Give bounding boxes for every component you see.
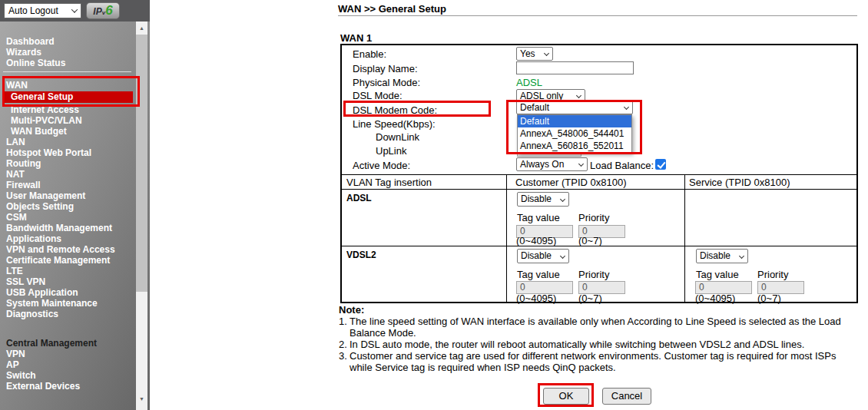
sidebar-item-central-management[interactable]: Central Management — [6, 338, 97, 349]
sidebar-item[interactable]: NAT — [6, 169, 137, 180]
enable-label: Enable: — [353, 48, 386, 60]
display-name-input[interactable] — [516, 61, 634, 74]
vdsl2-customer-mode-select[interactable]: Disable — [517, 249, 569, 263]
note-text: The line speed setting of WAN interface … — [350, 316, 846, 339]
sidebar-item[interactable]: Firewall — [6, 180, 137, 190]
chevron-down-icon — [576, 93, 581, 98]
breadcrumb-divider — [338, 15, 857, 16]
sidebar-item[interactable]: Applications — [6, 233, 137, 244]
vlan-header-tag-insertion: VLAN Tag insertion — [346, 177, 432, 188]
dsl-modem-code-select-value: Default — [520, 102, 549, 113]
load-balance-label: Load Balance: — [590, 160, 654, 171]
sidebar: Auto Logout IP v 6 DashboardWizardsOnlin… — [0, 0, 150, 410]
note-number: 1. — [339, 316, 350, 339]
enable-select-value: Yes — [520, 48, 535, 59]
sidebar-item[interactable]: LTE — [6, 266, 137, 276]
sidebar-item[interactable]: Bandwidth Management — [6, 223, 137, 233]
vlan-header-service: Service (TPID 0x8100) — [689, 177, 790, 188]
page-title-wan1: WAN 1 — [340, 32, 372, 44]
sidebar-item-wan-budget[interactable]: WAN Budget — [11, 126, 67, 137]
sidebar-item-wan[interactable]: WAN — [6, 80, 28, 91]
sidebar-item[interactable]: Objects Setting — [6, 201, 137, 212]
table-line — [340, 174, 858, 175]
sidebar-item[interactable]: LAN — [6, 137, 137, 147]
cancel-button[interactable]: Cancel — [602, 388, 651, 405]
sidebar-item-internet-access[interactable]: Internet Access — [11, 104, 79, 115]
priority-label: Priority — [578, 269, 609, 280]
note-text: Customer and service tag are used for di… — [350, 350, 846, 373]
dropdown-option-default[interactable]: Default — [518, 115, 631, 127]
vlan-header-customer: Customer (TPID 0x8100) — [515, 177, 627, 188]
sidebar-central-items: VPNAPSwitchExternal Devices — [0, 349, 137, 392]
downlink-label: DownLink — [376, 131, 419, 143]
sidebar-item[interactable]: Wizards — [6, 47, 137, 58]
sidebar-item[interactable]: USB Application — [6, 287, 137, 298]
sidebar-item[interactable]: System Maintenance — [6, 298, 137, 309]
sidebar-scrollbar-thumb[interactable] — [136, 35, 147, 292]
physical-mode-value: ADSL — [516, 77, 542, 88]
table-line — [340, 189, 858, 190]
chevron-down-icon — [71, 6, 78, 12]
chevron-down-icon — [578, 161, 584, 167]
ok-button[interactable]: OK — [543, 388, 589, 405]
chevron-down-icon — [560, 253, 565, 259]
tag-value-label: Tag value — [517, 212, 560, 223]
sidebar-item-multi-pvc-vlan[interactable]: Multi-PVC/VLAN — [11, 115, 82, 126]
sidebar-item[interactable]: VPN and Remote Access — [6, 244, 137, 255]
chevron-down-icon — [624, 104, 629, 110]
priority-hint: (0~7) — [757, 293, 781, 304]
vlan-row-adsl-label: ADSL — [346, 193, 372, 203]
ipv6-badge-ip: IP — [93, 4, 101, 19]
sidebar-item[interactable]: Certificate Management — [6, 255, 137, 266]
physical-mode-label: Physical Mode: — [353, 77, 420, 88]
load-balance-checkbox[interactable] — [655, 159, 666, 170]
enable-select[interactable]: Yes — [516, 47, 553, 61]
chevron-down-icon — [560, 197, 565, 202]
active-mode-select[interactable]: Always On — [516, 157, 588, 171]
vdsl2-customer-mode-value: Disable — [521, 250, 552, 261]
tag-hint: (0~4095) — [516, 293, 556, 304]
ipv6-badge[interactable]: IP v 6 — [86, 2, 120, 19]
adsl-customer-mode-value: Disable — [521, 193, 552, 204]
ipv6-badge-six: 6 — [105, 3, 112, 18]
tag-hint: (0~4095) — [516, 235, 556, 246]
adsl-customer-mode-select[interactable]: Disable — [517, 192, 569, 207]
dsl-modem-code-select[interactable]: Default — [516, 101, 633, 114]
table-line — [684, 174, 685, 303]
sidebar-item[interactable]: Online Status — [6, 58, 137, 68]
sidebar-item[interactable]: SSL VPN — [6, 276, 137, 287]
line-speed-label: Line Speed(Kbps): — [353, 118, 436, 130]
priority-label: Priority — [757, 269, 788, 280]
sidebar-item[interactable]: Diagnostics — [6, 309, 137, 319]
sidebar-item[interactable]: Dashboard — [6, 36, 137, 47]
vdsl2-service-mode-value: Disable — [700, 250, 731, 261]
priority-label: Priority — [578, 212, 609, 223]
sidebar-item[interactable]: AP — [6, 359, 137, 370]
router-admin-page: Auto Logout IP v 6 DashboardWizardsOnlin… — [0, 0, 868, 410]
sidebar-item[interactable]: CSM — [6, 212, 137, 223]
priority-hint: (0~7) — [578, 235, 602, 246]
scroll-down-icon[interactable]: ▼ — [136, 393, 147, 405]
note-number: 3. — [339, 350, 350, 373]
dropdown-option-annexa-548006[interactable]: AnnexA_548006_544401 — [518, 127, 631, 140]
note-section: Note: 1. The line speed setting of WAN i… — [339, 304, 846, 373]
vdsl2-service-mode-select[interactable]: Disable — [696, 249, 748, 263]
sidebar-item[interactable]: Switch — [6, 370, 137, 381]
sidebar-header-bar: Auto Logout IP v 6 — [0, 0, 150, 21]
sidebar-item[interactable]: External Devices — [6, 381, 137, 392]
breadcrumb: WAN >> General Setup — [338, 3, 446, 15]
sidebar-item[interactable]: User Management — [6, 190, 137, 201]
sidebar-item[interactable]: Routing — [6, 158, 137, 169]
sidebar-item-general-setup-active[interactable]: General Setup — [4, 91, 133, 103]
scroll-up-icon[interactable]: ▲ — [136, 22, 147, 35]
note-number: 2. — [339, 339, 350, 350]
dsl-modem-code-label: DSL Modem Code: — [353, 104, 437, 116]
sidebar-item[interactable]: VPN — [6, 349, 137, 359]
tag-value-label: Tag value — [696, 269, 739, 280]
chevron-down-icon — [544, 51, 549, 56]
table-line — [506, 174, 507, 303]
auto-logout-select[interactable]: Auto Logout — [4, 3, 81, 18]
sidebar-item[interactable]: Hotspot Web Portal — [6, 147, 137, 158]
active-mode-label: Active Mode: — [353, 160, 410, 171]
dropdown-option-annexa-560816[interactable]: AnnexA_560816_552011 — [518, 140, 631, 152]
